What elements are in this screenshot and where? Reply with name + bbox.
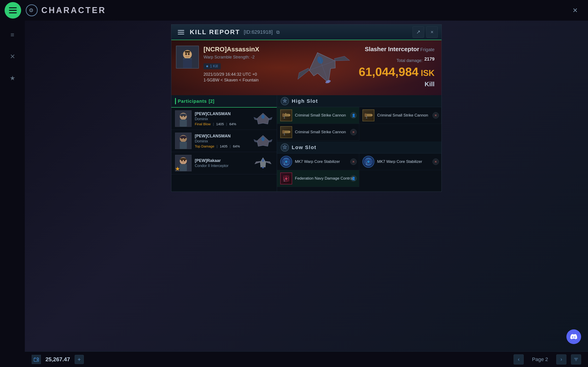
svg-rect-6 [185,51,190,53]
slot-item[interactable]: 1 Criminal Small Strike Cannon ✕ [277,124,359,141]
cannon-item-icon [280,109,292,121]
cannon-item-icon [280,126,292,138]
participants-indicator [175,98,176,104]
prev-page-button[interactable]: ‹ [514,354,524,365]
report-menu-button[interactable] [176,27,186,37]
participants-title: Participants [178,99,207,104]
slot-item-actions: 👤 [350,112,357,119]
slot-close-button[interactable]: ✕ [350,158,357,165]
ship-section [291,40,355,95]
slot-close-button[interactable]: ✕ [350,129,357,135]
pilot-timestamp: 2021/10/29 16:44:32 UTC +0 [204,72,286,77]
svg-point-43 [262,159,264,162]
slot-close-button[interactable]: ✕ [432,112,439,119]
slot-item-wrapper: 1 [280,109,292,121]
slot-item-name: Federation Navy Damage Control [295,176,353,181]
kill-report-header: KILL REPORT [ID:6291918] ⧉ ↗ × [171,25,441,40]
participant-pct: 64% [233,144,240,148]
slot-item-actions: ✕ [350,158,357,165]
participant-ship-image [253,157,273,169]
participant-item[interactable]: [PEW]CLANSMAN Dominix Top Damage | 1405 … [171,130,277,152]
participant-role: Top Damage [195,144,214,148]
ship-image [291,47,355,88]
discord-button[interactable] [566,329,581,344]
participant-ship: Condor II Interceptor [195,164,250,168]
add-funds-button[interactable]: + [75,355,84,364]
participant-info: [PEW]CLANSMAN Dominix Top Damage | 1405 … [195,134,250,148]
slot-item-wrapper: 1 [280,156,292,168]
pilot-avatar [176,46,199,69]
high-slot-items: 1 Criminal Small Strike Cannon 👤 [277,107,441,141]
kill-dot [206,65,208,67]
slot-item-name: Criminal Small Strike Cannon [295,113,346,118]
export-button[interactable]: ↗ [413,26,424,38]
pilot-kill-badge: 1 Kill [204,63,221,69]
pilot-name: [NCRO]AssassinX [204,46,286,53]
svg-point-4 [185,53,187,55]
top-close-button[interactable]: × [569,4,581,16]
svg-marker-42 [266,161,271,164]
slot-item-wrapper: 1 [363,109,374,121]
low-slot-header: Low Slot [277,142,441,153]
participant-item[interactable]: [PEW]CLANSMAN Dominix Final Blow | 1405 … [171,108,277,130]
participant-stats: Final Blow | 1405 | 64% [195,122,250,126]
high-slot-title: High Slot [292,98,318,104]
participant-ship-image [253,134,273,147]
isk-row: 61,044,984 ISK [359,63,435,79]
slots-panel: High Slot [277,95,441,192]
slot-item-count: 1 [284,115,285,119]
app-title: CHARACTER [41,6,106,15]
slot-item[interactable]: 1 MK7 Warp Core Stabilizer ✕ [277,153,359,170]
participant-damage: 1405 [220,144,227,148]
fed-damage-icon [280,173,292,184]
svg-point-73 [37,359,38,360]
isk-label: ISK [421,68,435,78]
slot-item-count: 1 [284,132,285,136]
participant-role: Final Blow [195,122,211,126]
participant-name: [PEW]CLANSMAN [195,111,250,116]
total-damage-label: Total damage: [397,58,422,63]
svg-point-44 [262,167,264,168]
participant-avatar [175,133,191,149]
participants-count: [2] [208,99,214,104]
next-page-button[interactable]: › [556,354,566,365]
slot-item-count: 1 [284,162,285,165]
svg-marker-32 [269,140,272,142]
participant-ship: Dominix [195,139,250,143]
slot-item[interactable]: 1 Criminal Small Strike Cannon ✕ [359,107,441,124]
svg-rect-51 [371,115,372,116]
sidebar-menu-icon[interactable]: ≡ [5,27,20,42]
filter-button[interactable] [571,354,581,365]
svg-rect-46 [288,115,290,116]
participant-stats: Top Damage | 1405 | 64% [195,144,250,148]
slot-item[interactable]: 1 Federation Navy Damage Control 👤 [277,170,359,187]
slot-item-actions: ✕ [432,112,439,119]
participant-item[interactable]: [PEW]Rakaar Condor II Interceptor [171,152,277,174]
participants-panel: Participants [2] [171,95,277,192]
slot-item-actions: ✕ [432,158,439,165]
participant-ship: Dominix [195,117,250,121]
warp-item-icon [280,156,292,168]
wallet-icon [32,355,41,364]
kill-report-copy-icon[interactable]: ⧉ [276,30,279,35]
sidebar-star-icon[interactable]: ★ [5,71,20,85]
slot-item-name: MK7 Warp Core Stabilizer [295,159,340,164]
warp-item-icon [363,156,374,168]
slot-person-button[interactable]: 👤 [350,112,357,119]
slot-person-button[interactable]: 👤 [350,175,357,182]
report-close-button[interactable]: × [426,26,438,38]
slot-item-actions: 👤 [350,175,357,182]
kill-bottom-section: Participants [2] [171,95,441,192]
sidebar-close-icon[interactable]: ✕ [5,49,20,64]
slot-close-button[interactable]: ✕ [432,158,439,165]
kill-top-section: [NCRO]AssassinX Warp Scramble Strength: … [171,40,441,95]
wallet-balance: 25,267.47 [45,356,70,363]
slot-item[interactable]: 1 MK7 Warp Core Stabilizer ✕ [359,153,441,170]
slot-item[interactable]: 1 Criminal Small Strike Cannon 👤 [277,107,359,124]
total-damage-row: Total damage: 2179 [397,55,435,63]
hamburger-button[interactable] [5,2,21,19]
slot-item-wrapper: 1 [363,156,374,168]
svg-point-5 [188,53,190,55]
bottom-bar: 25,267.47 + ‹ Page 2 › [25,351,588,367]
kill-report-panel: KILL REPORT [ID:6291918] ⧉ ↗ × [171,24,442,192]
